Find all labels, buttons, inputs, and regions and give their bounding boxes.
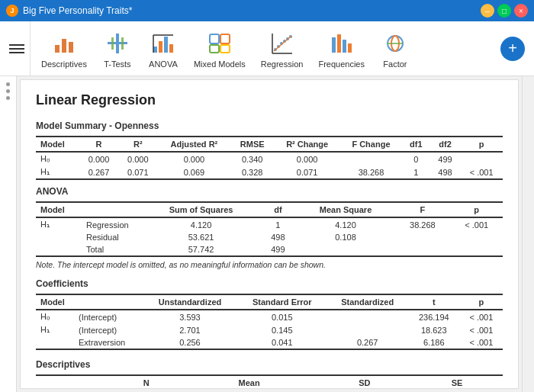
svg-rect-2 [69,42,73,53]
anova-df-res: 498 [259,231,297,243]
ms-r-h0: 0.000 [79,152,118,165]
svg-rect-16 [220,45,230,53]
toolbar-ttests[interactable]: T-Tests [95,24,140,73]
ms-rmse-h1: 0.328 [230,165,274,179]
ms-r2-h0: 0.000 [118,152,157,165]
coef-t-h0: 236.194 [408,310,460,323]
frequencies-icon [330,29,354,58]
anova-p-res [450,231,503,243]
svg-rect-13 [210,34,219,43]
table-row: H₀ 0.000 0.000 0.000 0.340 0.000 0 499 [36,152,503,165]
svg-rect-8 [159,41,162,53]
minimize-button[interactable]: – [481,4,494,18]
svg-rect-10 [169,44,173,53]
col-fchange: F Change [340,137,402,152]
toolbar-items: Descriptives T-Tests [34,24,500,73]
coef-col-t: t [408,294,460,310]
anova-ss-tot: 57.742 [143,243,259,256]
add-button[interactable]: + [500,37,525,61]
ttests-icon [105,29,130,58]
table-row: H₁ Regression 4.120 1 4.120 38.268 < .00… [36,217,503,231]
anova-df-reg: 1 [259,217,297,231]
toolbar-factor[interactable]: Factor [372,24,418,73]
coef-col-unstd: Unstandardized [143,294,237,310]
col-p: p [460,137,503,152]
ms-p-h1: < .001 [460,165,503,179]
app-icon: J [6,5,18,17]
coef-std-h0 [327,310,408,323]
col-df2: df2 [430,137,460,152]
anova-col-ms: Mean Square [297,202,395,217]
coef-p-ext: < .001 [460,336,503,349]
anova-ms-tot [297,243,395,256]
coef-col-model: Model [36,294,74,310]
anova-note: Note. The intercept model is omitted, as… [36,260,503,269]
anova-col-p: p [450,202,503,217]
coef-model-ext [36,336,74,349]
coef-std-ext: 0.267 [327,336,408,349]
ms-r2change-h1: 0.071 [274,165,340,179]
desc-header-row: N Mean SD SE [36,375,503,389]
anova-col-model: Model [36,202,82,217]
window-title: Big Five Personality Traits* [23,5,132,16]
right-sidebar [522,76,534,392]
col-adjr2: Adjusted R² [158,137,231,152]
anova-ss-res: 53.621 [143,231,259,243]
anova-model-h1: H₁ [36,217,82,231]
toolbar-anova[interactable]: ANOVA [140,24,186,73]
toolbar-descriptives[interactable]: Descriptives [34,24,95,73]
svg-rect-0 [55,45,60,53]
anova-f-tot [394,243,450,256]
anova-ms-reg: 4.120 [297,217,395,231]
maximize-button[interactable]: □ [497,4,511,18]
ms-model-h0: H₀ [36,152,79,165]
coef-se-int-h1: 0.145 [237,323,327,336]
coef-term-intercept-h1: (Intercept) [74,323,143,336]
anova-col-type [82,202,143,217]
ttests-label: T-Tests [104,59,130,69]
anova-header-row: Model Sum of Squares df Mean Square F p [36,202,503,217]
coef-unstd-ext: 0.256 [143,336,237,349]
svg-rect-14 [220,34,230,43]
coef-col-p: p [460,294,503,310]
coef-term-extraversion: Extraversion [74,336,143,349]
close-button[interactable]: × [514,4,528,18]
ms-df1-h1: 1 [402,165,430,179]
coef-model-h1: H₁ [36,323,74,336]
desc-col-sd: SD [318,375,411,389]
coef-p-h0: < .001 [460,310,503,323]
anova-col-ss: Sum of Squares [143,202,259,217]
toolbar-mixed-models[interactable]: Mixed Models [186,24,253,73]
coefficients-title: Coefficients [36,278,503,289]
col-model: Model [36,137,79,152]
svg-rect-15 [210,45,219,53]
model-summary-section: Model Summary - Openness Model R R² Adju… [36,120,503,180]
menu-button[interactable] [3,21,31,76]
descriptives-section: Descriptives N Mean SD SE [36,359,503,389]
coef-header-row: Model Unstandardized Standard Error Stan… [36,294,503,310]
svg-rect-29 [348,43,352,53]
sidebar-dot-2 [6,89,10,93]
toolbar-regression[interactable]: Regression [253,24,311,73]
title-bar: J Big Five Personality Traits* – □ × [0,0,534,21]
coef-col-std: Standardized [327,294,408,310]
anova-section: ANOVA Model Sum of Squares df Mean Squar… [36,186,503,269]
content-area[interactable]: Linear Regression Model Summary - Openne… [20,79,519,389]
anova-col-f: F [394,202,450,217]
toolbar-frequencies[interactable]: Frequencies [310,24,372,73]
anova-note-text: Note. The intercept model is omitted, as… [36,260,326,269]
anova-type-tot: Total [82,243,143,256]
coef-std-int-h1 [327,323,408,336]
left-sidebar [0,76,17,392]
ms-fchange-h1: 38.268 [340,165,402,179]
desc-col-name [36,375,112,389]
window-controls: – □ × [481,4,528,18]
svg-rect-6 [121,37,124,50]
ms-r-h1: 0.267 [79,165,118,179]
col-r2change: R² Change [274,137,340,152]
table-row: H₁ 0.267 0.071 0.069 0.328 0.071 38.268 … [36,165,503,179]
svg-rect-27 [337,34,341,53]
ms-p-h0 [460,152,503,165]
svg-rect-9 [164,37,168,53]
regression-icon [270,29,294,58]
